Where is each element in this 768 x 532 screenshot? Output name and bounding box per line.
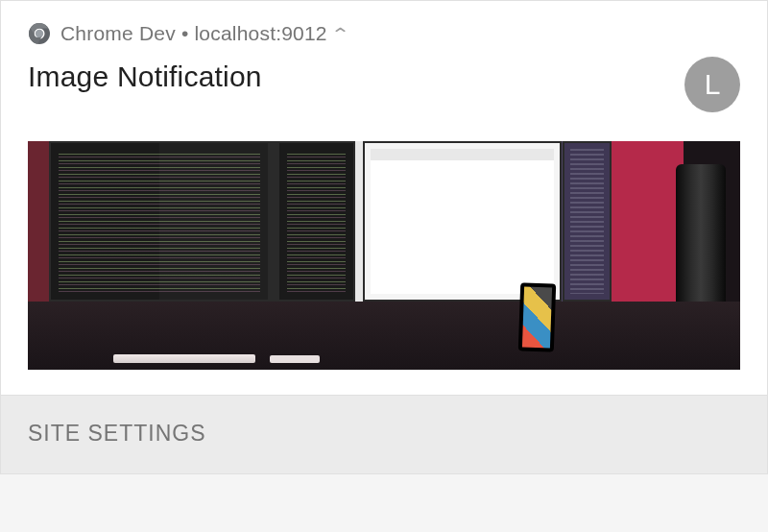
app-name: Chrome Dev [60, 22, 176, 44]
notification-title-row: Image Notification L [1, 55, 767, 130]
separator: • [176, 22, 195, 44]
chrome-icon [28, 22, 51, 45]
action-row: SITE SETTINGS [1, 396, 767, 473]
notification-header[interactable]: Chrome Dev • localhost:9012 ⌃ [1, 1, 767, 55]
site-settings-button[interactable]: SITE SETTINGS [28, 421, 206, 447]
avatar-letter: L [705, 68, 721, 101]
notification-source: Chrome Dev • localhost:9012 ⌃ [60, 22, 740, 45]
notification-big-image [28, 141, 740, 370]
origin: localhost:9012 [195, 22, 327, 44]
svg-point-2 [36, 30, 43, 37]
notification-title: Image Notification [28, 60, 262, 93]
chevron-up-icon: ⌃ [330, 24, 350, 45]
notification-card: Chrome Dev • localhost:9012 ⌃ Image Noti… [0, 0, 768, 474]
avatar: L [684, 57, 740, 112]
